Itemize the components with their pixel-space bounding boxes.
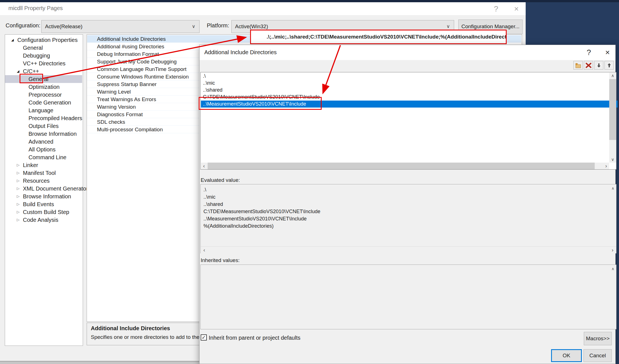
- evaluated-horizontal-scrollbar[interactable]: ‹ ›: [201, 246, 616, 253]
- collapsed-arrow-icon[interactable]: ▷: [17, 161, 20, 169]
- tree-item-label: All Options: [29, 146, 56, 153]
- list-item-selected[interactable]: ..\MeasurementStudioVS2010\VCNET\Include: [201, 101, 618, 108]
- additional-include-directories-value[interactable]: .\;..\mic;..\shared;C:\TDE\MeasurementSt…: [250, 30, 507, 44]
- scroll-left-icon[interactable]: ‹: [201, 247, 207, 253]
- new-line-button[interactable]: [573, 61, 583, 70]
- tree-item-c-cpp[interactable]: ◢C/C++: [5, 67, 82, 75]
- close-button[interactable]: ×: [510, 4, 523, 14]
- list-horizontal-scrollbar[interactable]: ‹ ›: [201, 163, 609, 169]
- macros-button[interactable]: Macros>>: [584, 332, 612, 345]
- dialog-close-button[interactable]: ×: [601, 47, 614, 58]
- expanded-arrow-icon[interactable]: ◢: [17, 67, 19, 75]
- tree-item-precompiled-headers[interactable]: Precompiled Headers: [5, 114, 82, 122]
- tree-item-all-options[interactable]: All Options: [5, 146, 82, 153]
- dialog-titlebar[interactable]: Additional Include Directories ? ×: [200, 45, 615, 60]
- tree-item-debugging[interactable]: Debugging: [5, 52, 82, 60]
- description-title: Additional Include Directories: [91, 325, 170, 332]
- scroll-up-icon[interactable]: ∧: [609, 73, 616, 79]
- tree-item-code-generation[interactable]: Code Generation: [5, 99, 82, 106]
- tree-item-browse-information-2[interactable]: ▷Browse Information: [5, 192, 82, 200]
- tree-item-configuration-properties[interactable]: ◢Configuration Properties: [5, 36, 82, 44]
- list-item[interactable]: C:\TDE\MeasurementStudioVS2010\VCNET\Inc…: [201, 94, 611, 101]
- scroll-up-icon[interactable]: ∧: [610, 185, 616, 191]
- tree-item-label: Manifest Tool: [23, 169, 56, 177]
- tree-item-label: Language: [29, 106, 53, 114]
- window-top-edge: [0, 0, 619, 2]
- tree-item-code-analysis[interactable]: ▷Code Analysis: [5, 216, 82, 224]
- ok-button[interactable]: OK: [551, 349, 582, 362]
- collapsed-arrow-icon[interactable]: ▷: [17, 200, 20, 208]
- tree-item-general-top[interactable]: General: [5, 44, 82, 52]
- tree-item-label: Build Events: [23, 200, 54, 208]
- move-down-button[interactable]: [594, 61, 603, 70]
- tree-item-preprocessor[interactable]: Preprocessor: [5, 91, 82, 99]
- tree-item-command-line[interactable]: Command Line: [5, 153, 82, 161]
- tree-item-build-events[interactable]: ▷Build Events: [5, 200, 82, 208]
- scrollbar-thumb[interactable]: [609, 79, 616, 140]
- scroll-right-icon[interactable]: ›: [609, 247, 616, 253]
- list-vertical-scrollbar[interactable]: ∧ ∨: [609, 73, 616, 163]
- configuration-label: Configuration:: [6, 22, 41, 29]
- tree-item-c-cpp-general[interactable]: General: [5, 75, 82, 83]
- inherited-values-box[interactable]: ∧: [200, 265, 616, 329]
- dialog-title: Additional Include Directories: [204, 49, 277, 56]
- tree-item-xml-document-generator[interactable]: ▷XML Document Generator: [5, 185, 82, 192]
- tree-item-label: General: [23, 44, 43, 52]
- tree-item-optimization[interactable]: Optimization: [5, 83, 82, 91]
- collapsed-arrow-icon[interactable]: ▷: [17, 177, 20, 185]
- platform-label: Platform:: [207, 22, 229, 29]
- tree-item-advanced[interactable]: Advanced: [5, 138, 82, 146]
- directories-list[interactable]: .\ ..\mic ..\shared C:\TDE\MeasurementSt…: [200, 72, 616, 170]
- evaluated-line: ..\MeasurementStudioVS2010\VCNET\Include: [203, 215, 307, 222]
- list-item[interactable]: .\: [201, 73, 611, 80]
- tree-item-label: Command Line: [29, 153, 67, 161]
- move-up-button[interactable]: [604, 61, 614, 70]
- tree-item-label: C/C++: [23, 67, 39, 75]
- scroll-right-icon[interactable]: ›: [603, 163, 609, 169]
- help-button[interactable]: ?: [490, 4, 502, 14]
- tree-item-linker[interactable]: ▷Linker: [5, 161, 82, 169]
- scroll-down-icon[interactable]: ∨: [609, 156, 616, 163]
- tree-item-browse-information[interactable]: Browse Information: [5, 130, 82, 138]
- tree-item-label: Resources: [23, 177, 50, 185]
- titlebar[interactable]: micdll Property Pages ? ×: [0, 2, 526, 15]
- collapsed-arrow-icon[interactable]: ▷: [17, 185, 20, 192]
- tree-item-output-files[interactable]: Output Files: [5, 122, 82, 130]
- tree-item-label: Linker: [23, 161, 38, 169]
- collapsed-arrow-icon[interactable]: ▷: [17, 169, 20, 177]
- tree-item-label: Browse Information: [23, 192, 71, 200]
- dialog-help-button[interactable]: ?: [582, 47, 595, 58]
- additional-include-directories-dialog: Additional Include Directories ? × .\ ..…: [199, 45, 616, 364]
- inherit-defaults-label: Inherit from parent or project defaults: [209, 335, 300, 341]
- tree-item-label: Configuration Properties: [17, 36, 78, 44]
- list-item[interactable]: ..\mic: [201, 80, 611, 87]
- collapsed-arrow-icon[interactable]: ▷: [17, 208, 20, 216]
- scroll-up-icon[interactable]: ∧: [610, 266, 616, 272]
- tree-item-vcpp-directories[interactable]: VC++ Directories: [5, 60, 82, 67]
- tree-item-custom-build-step[interactable]: ▷Custom Build Step: [5, 208, 82, 216]
- cancel-button[interactable]: Cancel: [584, 349, 612, 362]
- evaluated-line: .\: [203, 186, 206, 193]
- configuration-tree: ◢Configuration Properties General Debugg…: [5, 34, 83, 346]
- tree-item-language[interactable]: Language: [5, 106, 82, 114]
- tree-item-label: Code Analysis: [23, 216, 58, 224]
- tree-item-manifest-tool[interactable]: ▷Manifest Tool: [5, 169, 82, 177]
- tree-item-resources[interactable]: ▷Resources: [5, 177, 82, 185]
- collapsed-arrow-icon[interactable]: ▷: [17, 192, 20, 200]
- delete-line-button[interactable]: [584, 61, 593, 70]
- evaluated-line: C:\TDE\MeasurementStudioVS2010\VCNET\Inc…: [203, 208, 320, 215]
- tree-item-label: Code Generation: [29, 99, 71, 106]
- expanded-arrow-icon[interactable]: ◢: [11, 36, 14, 44]
- collapsed-arrow-icon[interactable]: ▷: [17, 216, 20, 224]
- scroll-left-icon[interactable]: ‹: [201, 163, 207, 169]
- scrollbar-thumb[interactable]: [208, 163, 595, 169]
- evaluated-value-box[interactable]: .\ ..\mic ..\shared C:\TDE\MeasurementSt…: [200, 184, 616, 253]
- tree-item-label: Custom Build Step: [23, 208, 69, 216]
- evaluated-value-label: Evaluated value:: [201, 177, 240, 183]
- tree-item-label: VC++ Directories: [23, 60, 65, 67]
- tree-item-label: Precompiled Headers: [29, 114, 82, 122]
- configuration-dropdown[interactable]: Active(Release) ∨: [41, 20, 200, 33]
- list-item[interactable]: ..\shared: [201, 87, 611, 94]
- inherit-defaults-checkbox[interactable]: ✓: [201, 334, 207, 341]
- inherited-values-label: Inherited values:: [201, 257, 239, 263]
